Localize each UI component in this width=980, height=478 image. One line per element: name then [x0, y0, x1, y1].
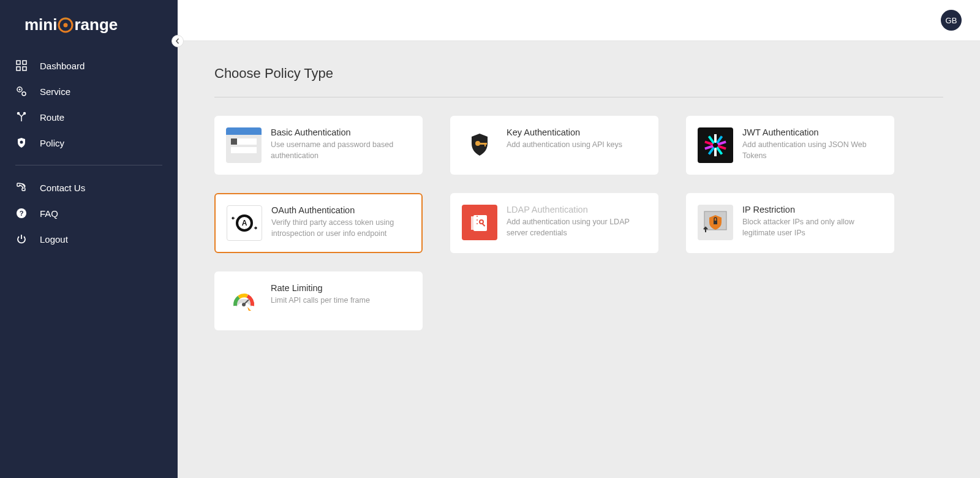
gear-icon [12, 86, 31, 97]
policy-card-oauth[interactable]: A OAuth Authentication Verify third part… [214, 193, 423, 253]
svg-point-1 [64, 23, 68, 27]
sidebar: minirange Dashboard Service Route Policy… [0, 0, 178, 478]
svg-point-11 [20, 141, 23, 144]
shield-icon [12, 137, 31, 148]
svg-point-9 [18, 113, 20, 115]
sidebar-item-label: Policy [40, 138, 64, 148]
sidebar-item-label: Dashboard [40, 61, 85, 71]
rate-limiting-icon: ! [226, 283, 262, 319]
nav-divider [15, 165, 162, 165]
card-title: IP Restriction [742, 205, 883, 214]
card-desc: Add authentication using JSON Web Tokens [742, 140, 883, 161]
sidebar-item-faq[interactable]: ? FAQ [9, 200, 168, 226]
card-desc: Verify third party access token using in… [271, 218, 410, 239]
svg-rect-18 [714, 148, 717, 156]
jwt-icon [698, 127, 733, 163]
card-title: Rate Limiting [271, 283, 370, 293]
sidebar-collapse-button[interactable] [172, 35, 184, 47]
chevron-left-icon [175, 38, 181, 44]
svg-point-10 [24, 113, 26, 115]
user-avatar[interactable]: GB [941, 10, 962, 31]
main-content: GB Choose Policy Type Basic Authenticati… [178, 0, 980, 478]
sidebar-item-policy[interactable]: Policy [9, 130, 168, 156]
card-desc: Limit API calls per time frame [271, 295, 370, 306]
card-title: Key Authentication [507, 127, 622, 137]
power-icon [12, 233, 31, 245]
ip-restriction-icon [698, 205, 733, 240]
card-title: OAuth Authentication [271, 205, 410, 215]
sidebar-item-contact[interactable]: Contact Us [9, 175, 168, 200]
policy-card-rate[interactable]: ! Rate Limiting Limit API calls per time… [214, 271, 423, 330]
top-bar: GB [178, 0, 980, 41]
oauth-icon: A [227, 205, 262, 241]
sidebar-item-label: Logout [40, 234, 68, 245]
sidebar-item-dashboard[interactable]: Dashboard [9, 53, 168, 78]
dashboard-icon [12, 60, 31, 71]
sidebar-item-label: Service [40, 86, 70, 97]
sidebar-item-label: FAQ [40, 208, 58, 219]
svg-point-7 [19, 89, 21, 91]
key-auth-icon [462, 127, 497, 163]
card-desc: Block attacker IPs and only allow legiti… [742, 217, 883, 238]
svg-rect-3 [23, 61, 26, 64]
svg-text:A: A [242, 219, 247, 227]
question-icon: ? [12, 208, 31, 219]
svg-text:!: ! [249, 306, 251, 311]
svg-rect-2 [17, 61, 20, 64]
ldap-icon [462, 205, 497, 240]
avatar-initials: GB [946, 16, 957, 25]
card-title: JWT Authentication [742, 127, 883, 137]
policy-card-ldap[interactable]: LDAP Authentication Add authentication u… [450, 193, 658, 253]
card-desc: Use username and password based authenti… [271, 140, 411, 161]
svg-text:?: ? [20, 210, 24, 217]
policy-card-jwt[interactable]: JWT Authentication Add authentication us… [686, 116, 894, 175]
card-desc: Add authentication using API keys [507, 140, 622, 151]
svg-rect-17 [714, 134, 717, 143]
policy-card-key[interactable]: Key Authentication Add authentication us… [450, 116, 658, 175]
svg-rect-31 [471, 216, 473, 230]
svg-point-14 [475, 141, 480, 146]
sidebar-item-service[interactable]: Service [9, 78, 168, 104]
sidebar-item-label: Contact Us [40, 183, 85, 193]
phone-icon [12, 182, 31, 193]
svg-point-33 [477, 219, 478, 221]
svg-point-8 [22, 92, 26, 96]
policy-card-basic[interactable]: Basic Authentication Use username and pa… [214, 116, 423, 175]
svg-rect-5 [23, 67, 26, 70]
svg-rect-15 [480, 143, 487, 145]
sidebar-item-route[interactable]: Route [9, 104, 168, 130]
policy-grid: Basic Authentication Use username and pa… [214, 116, 943, 330]
policy-card-ip[interactable]: IP Restriction Block attacker IPs and on… [686, 193, 894, 253]
svg-rect-38 [714, 221, 717, 224]
sidebar-item-label: Route [40, 112, 64, 123]
svg-rect-4 [17, 67, 20, 70]
basic-auth-icon [226, 127, 262, 163]
card-desc: Add authentication using your LDAP serve… [507, 217, 647, 238]
brand-logo: minirange [0, 0, 178, 53]
svg-rect-16 [484, 143, 486, 146]
route-icon [12, 112, 31, 123]
svg-point-34 [477, 223, 478, 224]
svg-point-32 [477, 216, 478, 217]
sidebar-item-logout[interactable]: Logout [9, 226, 168, 252]
card-title: Basic Authentication [271, 127, 411, 137]
card-title: LDAP Authentication [507, 205, 647, 214]
page-title: Choose Policy Type [214, 66, 943, 97]
